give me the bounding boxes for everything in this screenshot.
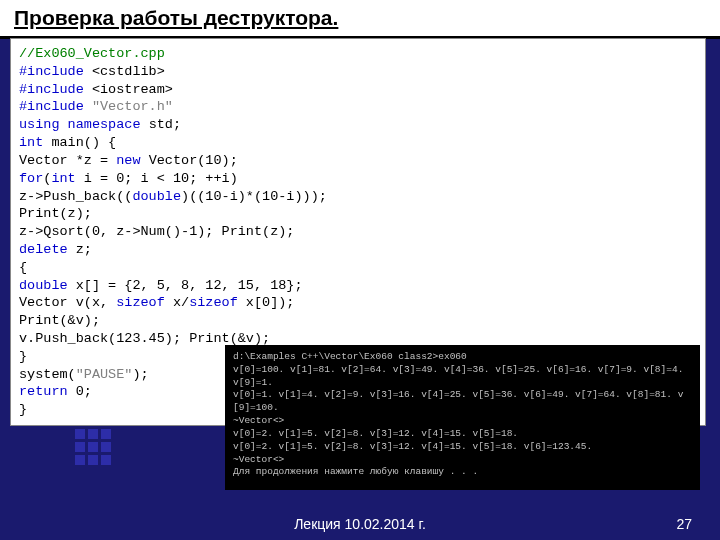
code-line: //Ex060_Vector.cpp [19, 46, 165, 61]
console-line: v[0]=1. v[1]=4. v[2]=9. v[3]=16. v[4]=25… [233, 389, 692, 415]
console-line: d:\Examples C++\Vector\Ex060 class2>ex06… [233, 351, 692, 364]
page-number: 27 [676, 516, 692, 532]
slide-header: Проверка работы деструктора. [0, 0, 720, 39]
console-line: v[0]=2. v[1]=5. v[2]=8. v[3]=12. v[4]=15… [233, 428, 692, 441]
slide-title: Проверка работы деструктора. [14, 6, 706, 30]
console-output: d:\Examples C++\Vector\Ex060 class2>ex06… [225, 345, 700, 490]
console-line: Для продолжения нажмите любую клавишу . … [233, 466, 692, 479]
console-line: v[0]=100. v[1]=81. v[2]=64. v[3]=49. v[4… [233, 364, 692, 390]
console-line: v[0]=2. v[1]=5. v[2]=8. v[3]=12. v[4]=15… [233, 441, 692, 454]
console-line: ~Vector<> [233, 415, 692, 428]
console-line: ~Vector<> [233, 454, 692, 467]
footer-lecture: Лекция 10.02.2014 г. [0, 516, 720, 532]
